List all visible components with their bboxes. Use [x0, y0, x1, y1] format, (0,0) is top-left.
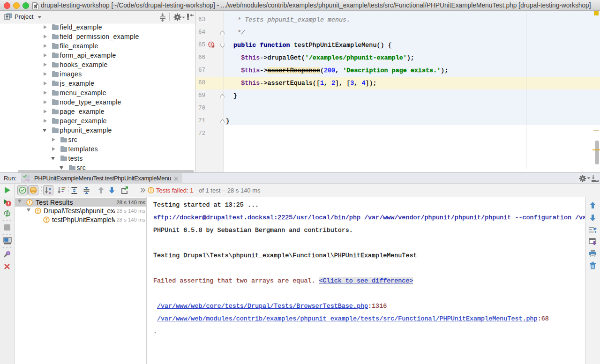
svg-text:php: php: [24, 178, 30, 182]
svg-text:z: z: [49, 191, 51, 194]
